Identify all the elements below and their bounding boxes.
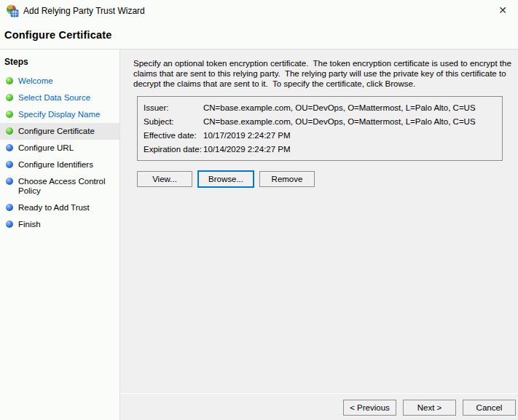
certificate-details-box: Issuer:CN=base.example.com, OU=DevOps, O… <box>137 96 503 161</box>
titlebar: Add Relying Party Trust Wizard ✕ <box>0 0 518 22</box>
certificate-field-row: Expiration date:10/14/2029 2:24:27 PM <box>144 142 496 156</box>
sidebar-step-specify-display-name[interactable]: Specify Display Name <box>0 106 119 123</box>
step-bullet-icon <box>6 204 13 211</box>
certificate-field-value: 10/14/2029 2:24:27 PM <box>203 144 496 154</box>
step-bullet-icon <box>6 94 13 101</box>
sidebar-step-configure-identifiers[interactable]: Configure Identifiers <box>0 156 119 173</box>
step-label: Ready to Add Trust <box>18 203 90 213</box>
footer-bar: < Previous Next > Cancel <box>120 393 518 420</box>
cancel-button[interactable]: Cancel <box>463 400 516 416</box>
certificate-actions: View... Browse... Remove <box>137 171 514 187</box>
step-bullet-icon <box>6 221 13 228</box>
step-bullet-icon <box>6 178 13 185</box>
sidebar-step-ready-to-add-trust[interactable]: Ready to Add Trust <box>0 199 119 216</box>
description-text: Specify an optional token encryption cer… <box>133 58 514 89</box>
close-icon[interactable]: ✕ <box>495 3 511 17</box>
certificate-field-value: CN=base.example.com, OU=DevOps, O=Matter… <box>203 103 496 113</box>
step-bullet-icon <box>6 144 13 151</box>
window-title: Add Relying Party Trust Wizard <box>23 6 145 16</box>
step-label: Specify Display Name <box>18 110 100 119</box>
sidebar-step-configure-certificate[interactable]: Configure Certificate <box>0 123 119 140</box>
sidebar-step-finish[interactable]: Finish <box>0 216 119 233</box>
step-label: Welcome <box>18 76 53 86</box>
remove-button[interactable]: Remove <box>259 171 315 187</box>
previous-button[interactable]: < Previous <box>343 400 396 416</box>
steps-title: Steps <box>0 55 119 73</box>
certificate-field-label: Subject: <box>144 116 203 127</box>
sidebar-step-welcome[interactable]: Welcome <box>0 73 119 90</box>
sidebar-step-select-data-source[interactable]: Select Data Source <box>0 90 119 106</box>
step-bullet-icon <box>6 77 13 84</box>
step-label: Choose Access Control Policy <box>18 177 117 196</box>
wizard-window: Add Relying Party Trust Wizard ✕ Configu… <box>0 0 518 420</box>
step-label: Configure Certificate <box>18 127 95 136</box>
certificate-fields: Issuer:CN=base.example.com, OU=DevOps, O… <box>144 100 496 156</box>
step-bullet-icon <box>6 127 13 135</box>
certificate-field-label: Issuer: <box>144 103 203 113</box>
step-label: Finish <box>18 220 41 229</box>
step-label: Configure Identifiers <box>18 160 93 170</box>
certificate-field-row: Subject:CN=base.example.com, OU=DevOps, … <box>144 114 496 128</box>
wizard-content: Steps WelcomeSelect Data SourceSpecify D… <box>0 49 518 420</box>
step-label: Configure URL <box>18 143 74 153</box>
certificate-field-row: Effective date:10/17/2019 2:24:27 PM <box>144 128 496 142</box>
certificate-field-label: Effective date: <box>144 130 203 140</box>
sidebar-step-configure-url[interactable]: Configure URL <box>0 140 119 156</box>
steps-sidebar: Steps WelcomeSelect Data SourceSpecify D… <box>0 49 120 420</box>
step-label: Select Data Source <box>18 93 90 103</box>
sidebar-step-choose-access-control-policy[interactable]: Choose Access Control Policy <box>0 173 119 199</box>
step-bullet-icon <box>6 111 13 118</box>
certificate-field-label: Expiration date: <box>144 144 203 154</box>
step-bullet-icon <box>6 161 13 168</box>
certificate-field-value: CN=base.example.com, OU=DevOps, O=Matter… <box>203 116 496 127</box>
certificate-field-value: 10/17/2019 2:24:27 PM <box>203 130 496 140</box>
next-button[interactable]: Next > <box>403 400 456 416</box>
steps-list: WelcomeSelect Data SourceSpecify Display… <box>0 73 119 233</box>
certificate-field-row: Issuer:CN=base.example.com, OU=DevOps, O… <box>144 100 496 114</box>
main-panel: Specify an optional token encryption cer… <box>120 49 518 420</box>
page-title: Configure Certificate <box>4 29 112 41</box>
view-button[interactable]: View... <box>137 171 192 187</box>
adfs-wizard-icon <box>6 4 19 17</box>
browse-button[interactable]: Browse... <box>198 171 254 187</box>
